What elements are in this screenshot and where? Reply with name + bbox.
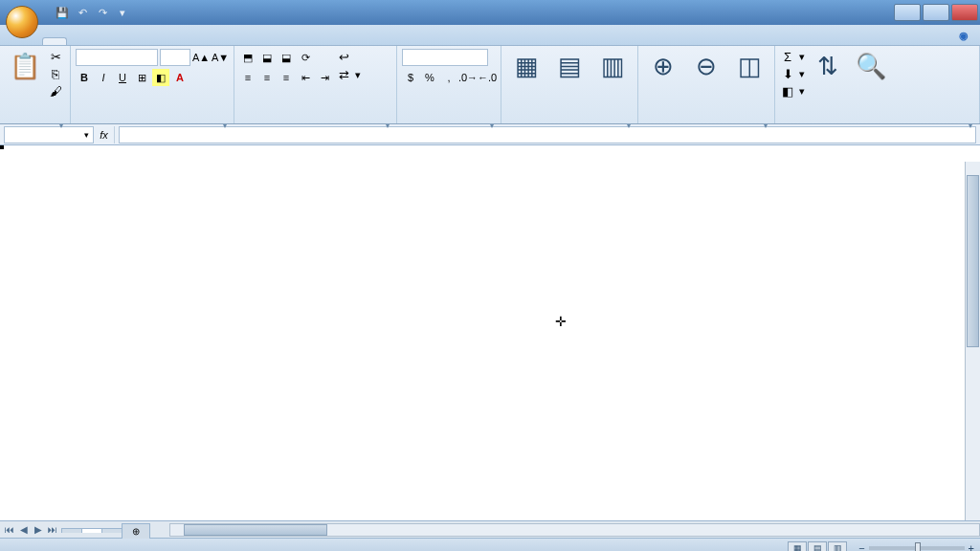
group-label-alignment: [239, 120, 391, 123]
sheet-tab-1[interactable]: [61, 528, 82, 533]
format-cells-button[interactable]: ◫: [729, 49, 769, 83]
vertical-scrollbar[interactable]: [965, 162, 980, 520]
sheet-tab-3[interactable]: [101, 528, 122, 533]
align-right-icon[interactable]: ≡: [278, 69, 295, 86]
sheet-nav: ⏮ ◀ ▶ ⏭: [0, 524, 62, 535]
formula-input[interactable]: [119, 126, 976, 143]
group-font: A▲ A▼ B I U ⊞ ◧ A: [71, 46, 234, 123]
comma-icon[interactable]: ,: [440, 69, 457, 86]
maximize-button[interactable]: [923, 4, 949, 21]
decrease-decimal-icon[interactable]: ←.0: [479, 69, 496, 86]
office-button[interactable]: [0, 0, 36, 25]
percent-icon[interactable]: %: [421, 69, 438, 86]
delete-icon: ⊖: [691, 51, 722, 81]
group-clipboard: 📋 ✂ ⎘ 🖌: [0, 46, 71, 123]
fill-color-button[interactable]: ◧: [152, 69, 169, 86]
tab-data[interactable]: [136, 38, 159, 45]
orientation-icon[interactable]: ⟳: [297, 49, 314, 66]
format-icon: ◫: [734, 51, 765, 81]
group-label-editing: [780, 120, 974, 123]
tab-view[interactable]: [182, 38, 205, 45]
tab-insert[interactable]: [67, 38, 90, 45]
sheet-last-icon[interactable]: ⏭: [46, 524, 59, 535]
font-color-button[interactable]: A: [171, 69, 189, 86]
undo-icon[interactable]: ↶: [74, 4, 91, 21]
italic-button[interactable]: I: [95, 69, 112, 86]
sheet-next-icon[interactable]: ▶: [32, 524, 45, 535]
zoom-in-button[interactable]: +: [969, 542, 974, 552]
align-top-icon[interactable]: ⬒: [239, 49, 256, 66]
align-center-icon[interactable]: ≡: [258, 69, 276, 86]
merge-center-button[interactable]: ⇄▾: [336, 67, 361, 82]
minimize-button[interactable]: [894, 4, 921, 21]
underline-button[interactable]: U: [114, 69, 131, 86]
wrap-text-button[interactable]: ↩: [336, 49, 361, 64]
tab-review[interactable]: [159, 38, 182, 45]
increase-indent-icon[interactable]: ⇥: [316, 69, 333, 86]
border-button[interactable]: ⊞: [133, 69, 150, 86]
sheet-prev-icon[interactable]: ◀: [17, 524, 31, 535]
zoom-slider[interactable]: [869, 546, 965, 550]
sheet-tab-bar: ⏮ ◀ ▶ ⏭ ⊕: [0, 520, 980, 538]
cell-styles-button[interactable]: ▥: [592, 49, 633, 83]
sort-filter-button[interactable]: ⇅: [808, 49, 848, 83]
font-size-select[interactable]: [160, 49, 190, 66]
copy-button[interactable]: ⎘: [48, 66, 65, 81]
active-cell-indicator: [0, 145, 4, 149]
paste-button[interactable]: 📋: [5, 49, 45, 83]
insert-cells-button[interactable]: ⊕: [643, 49, 683, 83]
tab-formulas[interactable]: [113, 38, 136, 45]
sheet-tab-2[interactable]: [81, 528, 102, 533]
horizontal-scrollbar[interactable]: [169, 523, 980, 537]
number-format-select[interactable]: [402, 49, 488, 66]
sheet-tab-new[interactable]: ⊕: [122, 523, 150, 539]
decrease-indent-icon[interactable]: ⇤: [297, 69, 314, 86]
scissors-icon: ✂: [48, 49, 63, 64]
zoom-control: − +: [855, 542, 974, 552]
zoom-out-button[interactable]: −: [858, 542, 864, 552]
conditional-formatting-button[interactable]: ▦: [506, 49, 546, 83]
format-as-table-button[interactable]: ▤: [549, 49, 590, 83]
bold-button[interactable]: B: [76, 69, 93, 86]
increase-font-icon[interactable]: A▲: [192, 49, 210, 66]
format-painter-button[interactable]: 🖌: [48, 83, 65, 99]
ribbon-tabs: ◉: [0, 25, 980, 46]
delete-cells-button[interactable]: ⊖: [686, 49, 726, 83]
cut-button[interactable]: ✂: [48, 49, 65, 64]
clear-button[interactable]: ◧▾: [780, 83, 805, 99]
currency-icon[interactable]: $: [402, 69, 419, 86]
view-normal-icon[interactable]: ▦: [788, 541, 807, 552]
name-box[interactable]: ▾: [4, 126, 94, 143]
eraser-icon: ◧: [780, 83, 795, 99]
autosum-button[interactable]: Σ▾: [780, 49, 805, 64]
help-icon[interactable]: ◉: [947, 26, 980, 45]
save-icon[interactable]: 💾: [54, 4, 71, 21]
tab-page-layout[interactable]: [90, 38, 113, 45]
view-page-break-icon[interactable]: ▥: [828, 541, 847, 552]
fill-button[interactable]: ⬇▾: [780, 66, 805, 81]
align-left-icon[interactable]: ≡: [239, 69, 256, 86]
qat-dropdown-icon[interactable]: ▾: [114, 4, 131, 21]
insert-icon: ⊕: [648, 51, 679, 81]
fx-button[interactable]: fx: [94, 126, 115, 143]
find-select-button[interactable]: 🔍: [851, 49, 891, 83]
redo-icon[interactable]: ↷: [94, 4, 111, 21]
clipboard-icon: 📋: [10, 51, 40, 81]
tab-addins[interactable]: [205, 38, 228, 45]
font-name-select[interactable]: [76, 49, 158, 66]
view-page-layout-icon[interactable]: ▤: [808, 541, 827, 552]
merge-icon: ⇄: [336, 67, 351, 82]
worksheet-grid[interactable]: ✛: [0, 145, 980, 520]
group-styles: ▦ ▤ ▥: [501, 46, 638, 123]
sheet-first-icon[interactable]: ⏮: [3, 524, 16, 535]
status-bar: ▦ ▤ ▥ − +: [0, 538, 980, 551]
group-number: $ % , .0→ ←.0: [397, 46, 501, 123]
table-icon: ▤: [554, 51, 585, 81]
increase-decimal-icon[interactable]: .0→: [459, 69, 477, 86]
align-middle-icon[interactable]: ⬓: [258, 49, 276, 66]
tab-home[interactable]: [42, 37, 67, 45]
close-button[interactable]: [951, 4, 978, 21]
decrease-font-icon[interactable]: A▼: [212, 49, 229, 66]
align-bottom-icon[interactable]: ⬓: [278, 49, 295, 66]
group-cells: ⊕ ⊖ ◫: [638, 46, 775, 123]
